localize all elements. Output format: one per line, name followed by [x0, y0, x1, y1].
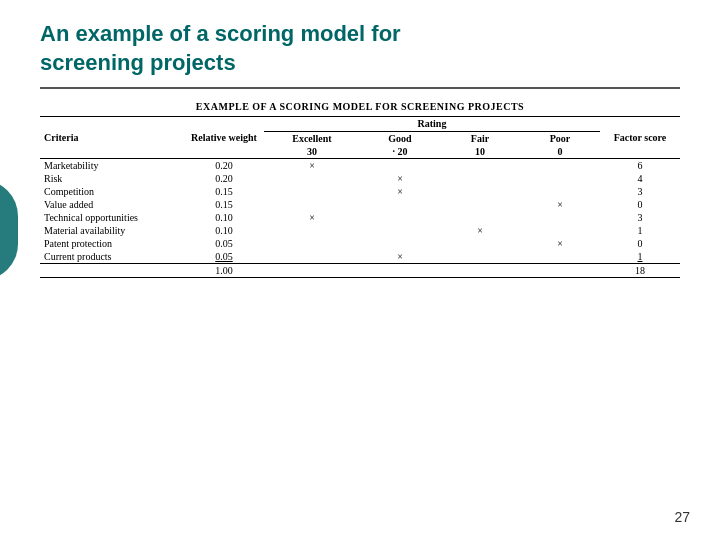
cell-good: ×: [360, 250, 440, 264]
cell-good: [360, 237, 440, 250]
cell-poor: ×: [520, 237, 600, 250]
total-factor: 18: [600, 264, 680, 278]
cell-criteria: Competition: [40, 185, 184, 198]
cell-weight: 0.10: [184, 211, 264, 224]
cell-excellent: ×: [264, 211, 360, 224]
cell-weight: 0.15: [184, 198, 264, 211]
page-container: An example of a scoring model for screen…: [0, 0, 720, 540]
cell-criteria: Material availability: [40, 224, 184, 237]
accent-decoration: [0, 180, 18, 280]
title-divider: [40, 87, 680, 89]
header-excellent-val: 30: [264, 145, 360, 159]
slide-title: An example of a scoring model for screen…: [40, 20, 680, 77]
cell-factor: 4: [600, 172, 680, 185]
cell-good: [360, 198, 440, 211]
cell-criteria: Technical opportunities: [40, 211, 184, 224]
header-weight-label: Relative weight: [191, 132, 257, 143]
cell-weight: 0.15: [184, 185, 264, 198]
cell-poor: [520, 250, 600, 264]
header-poor: Poor: [520, 132, 600, 146]
cell-excellent: [264, 237, 360, 250]
total-empty-cell: [360, 264, 440, 278]
cell-weight: 0.10: [184, 224, 264, 237]
table-total-row: 1.0018: [40, 264, 680, 278]
header-factor-label: Factor score: [614, 132, 667, 143]
cell-poor: [520, 224, 600, 237]
cell-excellent: [264, 224, 360, 237]
table-row: Current products0.05×1: [40, 250, 680, 264]
cell-good: [360, 224, 440, 237]
total-empty-cell: [520, 264, 600, 278]
cell-criteria: Value added: [40, 198, 184, 211]
cell-fair: [440, 198, 520, 211]
table-row: Patent protection0.05×0: [40, 237, 680, 250]
cell-fair: [440, 172, 520, 185]
table-row: Value added0.15×0: [40, 198, 680, 211]
cell-criteria: Current products: [40, 250, 184, 264]
table-title: EXAMPLE OF A SCORING MODEL FOR SCREENING…: [40, 101, 680, 112]
total-empty-cell: [440, 264, 520, 278]
cell-excellent: [264, 198, 360, 211]
cell-good: ×: [360, 172, 440, 185]
cell-factor: 3: [600, 211, 680, 224]
header-fair: Fair: [440, 132, 520, 146]
cell-good: ×: [360, 185, 440, 198]
cell-poor: [520, 211, 600, 224]
table-wrapper: EXAMPLE OF A SCORING MODEL FOR SCREENING…: [40, 101, 680, 278]
cell-factor: 0: [600, 237, 680, 250]
total-empty: [40, 264, 184, 278]
cell-excellent: [264, 172, 360, 185]
cell-excellent: [264, 250, 360, 264]
header-weight: Relative weight: [184, 117, 264, 159]
title-line2: screening projects: [40, 50, 236, 75]
header-good: Good: [360, 132, 440, 146]
table-row: Competition0.15×3: [40, 185, 680, 198]
cell-factor: 0: [600, 198, 680, 211]
cell-poor: [520, 159, 600, 173]
page-number: 27: [674, 509, 690, 525]
cell-criteria: Patent protection: [40, 237, 184, 250]
header-poor-val: 0: [520, 145, 600, 159]
cell-weight: 0.20: [184, 159, 264, 173]
cell-fair: [440, 159, 520, 173]
cell-weight: 0.20: [184, 172, 264, 185]
header-rating: Rating: [264, 117, 600, 132]
table-row: Technical opportunities0.10×3: [40, 211, 680, 224]
cell-fair: [440, 250, 520, 264]
cell-excellent: [264, 185, 360, 198]
header-factor: Factor score: [600, 117, 680, 159]
table-row: Material availability0.10×1: [40, 224, 680, 237]
scoring-table: Criteria Relative weight Rating Factor s…: [40, 116, 680, 278]
cell-poor: ×: [520, 198, 600, 211]
table-row: Risk0.20×4: [40, 172, 680, 185]
cell-good: [360, 211, 440, 224]
cell-factor: 1: [600, 250, 680, 264]
cell-poor: [520, 185, 600, 198]
cell-factor: 6: [600, 159, 680, 173]
header-fair-val: 10: [440, 145, 520, 159]
cell-fair: ×: [440, 224, 520, 237]
cell-fair: [440, 237, 520, 250]
cell-criteria: Risk: [40, 172, 184, 185]
cell-fair: [440, 211, 520, 224]
cell-fair: [440, 185, 520, 198]
cell-weight: 0.05: [184, 237, 264, 250]
table-row: Marketability0.20×6: [40, 159, 680, 173]
cell-factor: 1: [600, 224, 680, 237]
cell-poor: [520, 172, 600, 185]
total-weight: 1.00: [184, 264, 264, 278]
cell-excellent: ×: [264, 159, 360, 173]
header-good-val: · 20: [360, 145, 440, 159]
header-excellent: Excellent: [264, 132, 360, 146]
title-line1: An example of a scoring model for: [40, 21, 401, 46]
cell-factor: 3: [600, 185, 680, 198]
cell-criteria: Marketability: [40, 159, 184, 173]
total-empty-cell: [264, 264, 360, 278]
cell-good: [360, 159, 440, 173]
header-criteria: Criteria: [40, 117, 184, 159]
cell-weight: 0.05: [184, 250, 264, 264]
